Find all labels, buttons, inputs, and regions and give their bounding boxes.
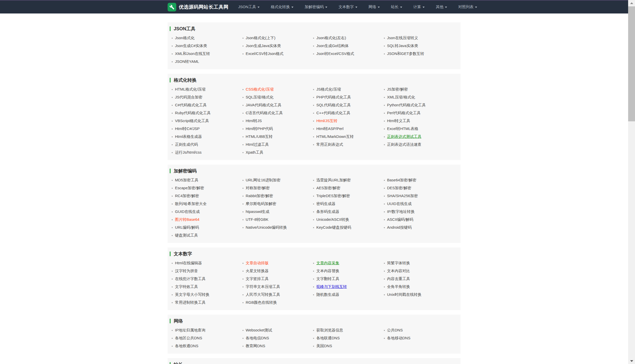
tool-link[interactable]: 对称加密/解密 xyxy=(246,186,270,191)
tool-link[interactable]: Html过滤工具 xyxy=(246,142,269,147)
tool-link[interactable]: Websocket测试 xyxy=(246,328,272,333)
nav-item-网络[interactable]: 网络 xyxy=(369,5,380,9)
scrollbar[interactable] xyxy=(628,0,635,364)
tool-link[interactable]: 散列/哈希加密大全 xyxy=(175,201,207,206)
tool-link[interactable]: JS加密/解密 xyxy=(387,87,408,92)
tool-link[interactable]: Html/JS互转 xyxy=(316,119,337,123)
tool-link[interactable]: KeyCode键盘按键码 xyxy=(316,225,351,230)
tool-link[interactable]: C#代码格式化工具 xyxy=(175,103,207,108)
tool-link[interactable]: 正则表达式语法速查 xyxy=(387,142,422,147)
tool-link[interactable]: 获取浏览器信息 xyxy=(316,328,343,333)
tool-link[interactable]: SHA/SHA256加密 xyxy=(387,194,418,198)
tool-link[interactable]: RGB颜色在线转换 xyxy=(246,300,277,305)
tool-link[interactable]: Html转C#/JSP xyxy=(175,126,200,131)
tool-link[interactable]: 常用正则表达式 xyxy=(316,142,343,147)
tool-link[interactable]: 文章内容采集 xyxy=(316,261,339,266)
tool-link[interactable]: Unix时间戳在线转换 xyxy=(387,292,422,297)
tool-link[interactable]: 运行Js/html/css xyxy=(175,150,201,155)
tool-link[interactable]: Html在线编辑器 xyxy=(175,261,202,266)
tool-link[interactable]: 教育网DNS xyxy=(246,344,265,348)
tool-link[interactable]: Json格式化 xyxy=(175,36,195,40)
tool-link[interactable]: XML和Json在线互转 xyxy=(175,51,210,56)
tool-link[interactable]: 各地联通DNS xyxy=(316,336,340,341)
tool-link[interactable]: C语言代码格式化工具 xyxy=(246,111,283,115)
tool-link[interactable]: 正则生成代码 xyxy=(175,142,198,147)
tool-link[interactable]: HTML格式化/压缩 xyxy=(175,87,206,92)
tool-link[interactable]: DES加密/解密 xyxy=(387,186,411,191)
nav-item-加解密编码[interactable]: 加解密编码 xyxy=(305,5,327,9)
tool-link[interactable]: HTML/UBB互转 xyxy=(246,134,273,139)
tool-link[interactable]: IP地址归属地查询 xyxy=(175,328,205,333)
tool-link[interactable]: GUID在线生成 xyxy=(175,209,200,214)
tool-link[interactable]: C++代码格式化工具 xyxy=(316,111,350,115)
tool-link[interactable]: ASCII编码/解码 xyxy=(387,217,413,222)
tool-link[interactable]: 各地电信DNS xyxy=(246,336,269,341)
tool-link[interactable]: 文字竖排工具 xyxy=(246,276,269,281)
tool-link[interactable]: SQL转Java实体类 xyxy=(387,43,418,48)
tool-link[interactable]: Excel/CSV转Json格式 xyxy=(246,51,283,56)
tool-link[interactable]: Unicode/ASCII转换 xyxy=(316,217,349,222)
tool-link[interactable]: HTML/MarkDown互转 xyxy=(316,134,354,139)
tool-link[interactable]: CSS格式化/压缩 xyxy=(246,87,274,92)
tool-link[interactable]: 文字翻转工具 xyxy=(316,276,339,281)
tool-link[interactable]: MD5加密工具 xyxy=(175,178,198,183)
tool-link[interactable]: Rabbit加密/解密 xyxy=(246,194,273,198)
tool-link[interactable]: 美国DNS xyxy=(316,344,332,348)
tool-link[interactable]: 文字特效工具 xyxy=(175,284,198,289)
tool-link[interactable]: JAVA代码格式化工具 xyxy=(246,103,281,108)
tool-link[interactable]: URL网址16进制加密 xyxy=(246,178,281,183)
tool-link[interactable]: 摩尔斯电码加解密 xyxy=(246,201,276,206)
tool-link[interactable]: 全角半角转换 xyxy=(387,284,410,289)
tool-link[interactable]: Excel转HTML表格 xyxy=(387,126,418,131)
tool-link[interactable]: 键盘测试工具 xyxy=(175,233,198,238)
tool-link[interactable]: UTF-8转GBK xyxy=(246,217,268,222)
nav-item-文本数字[interactable]: 文本数字 xyxy=(339,5,357,9)
tool-link[interactable]: Html转PHP代码 xyxy=(246,126,273,131)
tool-link[interactable]: Ruby代码格式化工具 xyxy=(175,111,211,115)
tool-link[interactable]: 英文字母大小写转换 xyxy=(175,292,209,297)
tool-link[interactable]: 正则表达式测试工具 xyxy=(387,134,422,139)
tool-link[interactable]: 文章自动排版 xyxy=(246,261,269,266)
scroll-down-button[interactable] xyxy=(628,358,635,364)
tool-link[interactable]: 各地移动DNS xyxy=(387,336,411,341)
nav-item-对照列表[interactable]: 对照列表 xyxy=(458,5,477,9)
tool-link[interactable]: 字符串文本压缩工具 xyxy=(246,284,280,289)
tool-link[interactable]: 常用进制转换工具 xyxy=(175,300,206,305)
tool-link[interactable]: 各地区公共DNS xyxy=(175,336,202,341)
tool-link[interactable]: 文本内容替换 xyxy=(316,269,339,273)
nav-item-JSON工具[interactable]: JSON工具 xyxy=(238,5,260,9)
tool-link[interactable]: Python代码格式化工具 xyxy=(387,103,426,108)
tool-link[interactable]: Json生成Go结构体 xyxy=(316,43,349,48)
tool-link[interactable]: 随机数生成器 xyxy=(316,292,339,297)
nav-item-计算[interactable]: 计算 xyxy=(413,5,425,9)
tool-link[interactable]: SQL代码格式化工具 xyxy=(316,103,351,108)
tool-link[interactable]: URL编码/解码 xyxy=(175,225,199,230)
tool-link[interactable]: Native/Unicode编码转换 xyxy=(246,225,287,230)
tool-link[interactable]: Html转ASP/Perl xyxy=(316,126,344,131)
tool-link[interactable]: 条形码生成器 xyxy=(316,209,339,214)
tool-link[interactable]: Html转义工具 xyxy=(387,119,410,123)
tool-link[interactable]: 驼峰与下划线互转 xyxy=(316,284,347,289)
scroll-up-button[interactable] xyxy=(628,0,635,6)
tool-link[interactable]: XML压缩/格式化 xyxy=(387,95,415,100)
nav-item-格式化转换[interactable]: 格式化转换 xyxy=(271,5,293,9)
tool-link[interactable]: JSON和GET参数互转 xyxy=(387,51,424,56)
tool-link[interactable]: VBScript格式化工具 xyxy=(175,119,209,123)
tool-link[interactable]: 火星文转换器 xyxy=(246,269,269,273)
tool-link[interactable]: Android按键码 xyxy=(387,225,412,230)
tool-link[interactable]: Json生成C#实体类 xyxy=(175,43,207,48)
tool-link[interactable]: 简繁字体转换 xyxy=(387,261,410,266)
nav-item-其他[interactable]: 其他 xyxy=(436,5,447,9)
nav-item-站长[interactable]: 站长 xyxy=(391,5,402,9)
tool-link[interactable]: JS代码混合加密 xyxy=(175,95,202,100)
tool-link[interactable]: 文本内容对比 xyxy=(387,269,410,273)
tool-link[interactable]: PHP代码格式化工具 xyxy=(316,95,351,100)
tool-link[interactable]: 图片转Base64 xyxy=(175,217,199,222)
tool-link[interactable]: 在线统计字数工具 xyxy=(175,276,206,281)
tool-link[interactable]: Escape加密/解密 xyxy=(175,186,204,191)
tool-link[interactable]: IP/数字地址转换 xyxy=(387,209,415,214)
tool-link[interactable]: RC4加密/解密 xyxy=(175,194,199,198)
tool-link[interactable]: JSON转YAML xyxy=(175,59,199,64)
tool-link[interactable]: Html表格生成器 xyxy=(175,134,202,139)
tool-link[interactable]: Html转JS xyxy=(246,119,262,123)
